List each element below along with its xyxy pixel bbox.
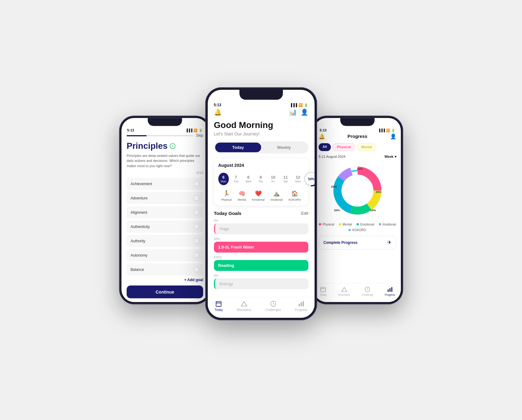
notch-right xyxy=(340,118,374,126)
principles-screen: Skip Principles i Principles are deep-se… xyxy=(121,133,208,298)
profile-icon-right[interactable]: 👤 xyxy=(390,133,396,139)
intuitional-icon: ⛰️ xyxy=(273,190,280,197)
svg-marker-4 xyxy=(241,302,247,306)
progress-bar-container: Skip xyxy=(126,133,203,138)
time-center: 5:13 xyxy=(214,103,221,107)
principle-item[interactable]: Authority xyxy=(126,235,203,247)
principle-item[interactable]: Adventure xyxy=(126,192,203,204)
complete-progress-label: Complete Progress xyxy=(323,240,357,245)
emotional-icon: ❤️ xyxy=(255,190,262,197)
tab-row: Today Weekly xyxy=(214,141,308,153)
nav-mountains[interactable]: Mountains xyxy=(237,300,251,312)
add-goal-button[interactable]: + Add goal xyxy=(126,278,203,282)
legend-dot-mental xyxy=(339,223,341,225)
svg-rect-8 xyxy=(302,301,304,307)
checkbox-alignment[interactable] xyxy=(194,210,199,215)
svg-rect-20 xyxy=(321,287,325,292)
phone-right-screen: 5:13 ▐▐▐ 🛜 🔋 🔔 Progress 👤 All Physic xyxy=(314,118,401,302)
checkbox-authority[interactable] xyxy=(194,238,199,244)
skip-button[interactable]: Skip xyxy=(196,133,203,138)
date-12[interactable]: 12 Mon xyxy=(293,173,303,185)
date-range-text: 5-11 August 2024 xyxy=(318,155,345,159)
edit-button[interactable]: Edit xyxy=(301,211,308,216)
nav-today[interactable]: Today xyxy=(215,300,223,312)
legend-dot-emotional xyxy=(356,223,359,225)
nav-mountains-right[interactable]: Mountains xyxy=(338,286,350,296)
mental-icon: 🧠 xyxy=(238,190,245,197)
filter-all[interactable]: All xyxy=(318,143,331,151)
sub-greeting-text: Let's Start Our Journey! xyxy=(214,131,308,136)
physical-icon: 🏃 xyxy=(223,190,230,197)
principle-item[interactable]: Balance xyxy=(126,263,203,276)
svg-rect-6 xyxy=(299,304,300,306)
profile-icon[interactable]: 👤 xyxy=(301,108,308,116)
principles-title: Principles i xyxy=(126,141,203,151)
right-content: 🔔 Progress 👤 All Physical Mental 5-11 Au… xyxy=(314,133,401,249)
tab-weekly[interactable]: Weekly xyxy=(261,143,307,152)
status-icons-left: ▐▐▐ 🛜 🔋 xyxy=(185,128,202,132)
principles-description: Principles are deep-seated values that g… xyxy=(126,153,203,169)
principle-item[interactable]: Authenticity xyxy=(126,221,203,233)
filter-mental[interactable]: Mental xyxy=(357,143,376,151)
checkbox-achievement[interactable] xyxy=(194,181,199,186)
goal-water: 68% 1.5-2L Fresh Water xyxy=(214,237,308,253)
checkbox-autonomy[interactable] xyxy=(194,253,199,258)
date-row: 6 Mon 7 Tue 8 Wed xyxy=(218,171,304,187)
legend-intuitional: Intuitional xyxy=(379,222,396,226)
principle-item[interactable]: Achievement xyxy=(126,178,203,190)
date-6[interactable]: 6 Mon xyxy=(218,173,229,185)
progress-header: 🔔 Progress 👤 xyxy=(318,133,396,139)
energy-bar[interactable]: Energy xyxy=(214,278,308,289)
svg-rect-24 xyxy=(388,290,388,292)
svg-marker-22 xyxy=(341,287,347,291)
date-8[interactable]: 8 Wed xyxy=(243,173,254,185)
svg-rect-2 xyxy=(216,302,221,307)
category-icons: 🏃 Physical 🧠 Mental ❤️ Emotional ⛰️ xyxy=(218,190,304,201)
nav-progress[interactable]: Progress xyxy=(295,300,307,312)
filter-physical[interactable]: Physical xyxy=(333,143,355,151)
info-icon[interactable]: i xyxy=(170,143,175,149)
date-circles: 6 Mon 7 Tue 8 Wed xyxy=(218,173,303,185)
continue-button[interactable]: Continue xyxy=(126,285,203,298)
checkbox-authenticity[interactable] xyxy=(194,224,199,229)
nav-today-right[interactable]: Today xyxy=(320,286,326,296)
week-selector[interactable]: Week ▾ xyxy=(384,155,396,159)
complete-progress-row[interactable]: Complete Progress ✈ xyxy=(318,236,396,249)
bottom-nav-center: Today Mountains Challenges Progress xyxy=(208,297,315,318)
counter: 0/10 xyxy=(126,171,203,175)
bell-icon[interactable]: 🔔 xyxy=(214,108,222,116)
svg-rect-26 xyxy=(391,287,392,292)
date-7[interactable]: 7 Tue xyxy=(231,173,241,185)
goal-yoga: 0% Yoga xyxy=(214,219,308,234)
reading-pct: 100% xyxy=(214,256,308,259)
nav-challenge-right[interactable]: Challenge xyxy=(361,286,373,296)
phone-right: 5:13 ▐▐▐ 🛜 🔋 🔔 Progress 👤 All Physic xyxy=(311,116,403,304)
progress-bar-track xyxy=(126,135,193,136)
chart-icon[interactable]: 📊 xyxy=(289,108,297,116)
cat-mental: 🧠 Mental xyxy=(238,190,246,201)
cat-emotional: ❤️ Emotional xyxy=(252,190,265,201)
notch-left xyxy=(148,118,182,126)
legend-mental: Mental xyxy=(339,222,352,226)
bell-icon-right[interactable]: 🔔 xyxy=(318,133,325,139)
yoga-bar[interactable]: Yoga xyxy=(214,223,308,234)
tab-today[interactable]: Today xyxy=(215,143,261,152)
date-9[interactable]: 9 Thu xyxy=(256,173,266,185)
center-content: 🔔 📊 👤 Good Morning Let's Start Our Journ… xyxy=(208,108,315,289)
energy-pct: 0% xyxy=(214,274,308,277)
date-10[interactable]: 10 Fri xyxy=(268,173,279,185)
water-bar[interactable]: 1.5-2L Fresh Water xyxy=(214,242,308,253)
status-icons-center: ▐▐▐ 🛜 🔋 xyxy=(290,103,308,107)
progress-bar-fill xyxy=(126,135,146,136)
principle-item[interactable]: Autonomy xyxy=(126,249,203,261)
phone-left-screen: 5:13 ▐▐▐ 🛜 🔋 Skip Principles xyxy=(121,118,208,302)
nav-challenges[interactable]: Challenges xyxy=(265,300,281,312)
date-11[interactable]: 11 Sat xyxy=(280,173,291,185)
legend-kokoro: KOKORO xyxy=(348,228,366,232)
checkbox-adventure[interactable] xyxy=(194,195,199,201)
principle-item[interactable]: Alignment xyxy=(126,206,203,218)
nav-progress-right[interactable]: Progress xyxy=(385,286,395,296)
checkbox-balance[interactable] xyxy=(194,267,199,272)
chevron-down-icon: ▾ xyxy=(394,155,396,159)
reading-bar[interactable]: Reading xyxy=(214,260,308,271)
